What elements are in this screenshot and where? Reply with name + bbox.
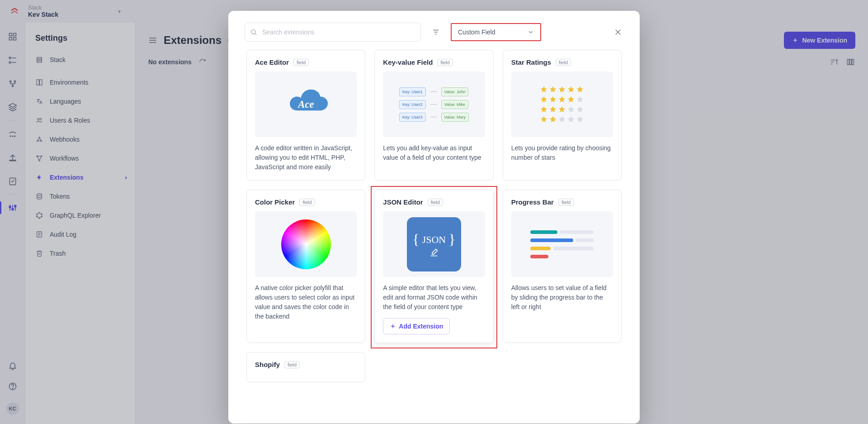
field-tag: field (437, 59, 453, 66)
progress-icon (530, 230, 594, 258)
extension-card-color-picker[interactable]: Color Pickerfield A native color picker … (246, 190, 365, 343)
field-tag: field (293, 59, 309, 66)
card-thumbnail (511, 71, 613, 137)
filter-icon[interactable] (432, 28, 440, 36)
filter-select[interactable]: Custom Field (451, 23, 541, 41)
extensions-modal: Custom Field Ace Editorfield Ace A code … (228, 11, 640, 424)
card-description: A native color picker polyfill that allo… (255, 283, 357, 321)
json-icon: {JSON} (407, 217, 461, 272)
extension-card-key-value-field[interactable]: Key-value Fieldfield Key: User1Value: Jo… (374, 50, 493, 181)
card-description: A code editor written in JavaScript, all… (255, 143, 357, 172)
search-extensions[interactable] (245, 23, 421, 42)
close-button[interactable] (613, 27, 623, 38)
extension-card-ace-editor[interactable]: Ace Editorfield Ace A code editor writte… (246, 50, 365, 181)
card-thumbnail: Key: User1Value: John Key: User2Value: M… (383, 71, 485, 137)
card-title: Color Picker (255, 198, 295, 206)
svg-line-61 (255, 33, 256, 35)
card-thumbnail (255, 211, 357, 277)
button-label: Add Extension (399, 323, 443, 330)
card-title: Shopify (255, 361, 280, 368)
svg-text:Ace: Ace (297, 99, 314, 110)
field-tag: field (556, 59, 571, 66)
card-title: Star Ratings (511, 58, 551, 66)
star-icon (540, 86, 584, 124)
card-title: Ace Editor (255, 58, 289, 66)
card-description: Lets you provide rating by choosing numb… (511, 143, 613, 162)
card-thumbnail: Ace (255, 71, 357, 137)
search-input[interactable] (245, 23, 421, 42)
card-description: A simple editor that lets you view, edit… (383, 283, 485, 312)
card-description: Allows users to set value of a field by … (511, 283, 613, 312)
add-extension-button[interactable]: ＋ Add Extension (383, 318, 450, 334)
extension-card-json-editor[interactable]: JSON Editorfield {JSON} A simple editor … (374, 190, 493, 343)
card-title: Key-value Field (383, 58, 433, 66)
chevron-down-icon (528, 29, 534, 35)
color-wheel-icon (281, 219, 331, 269)
field-tag: field (558, 199, 574, 206)
svg-point-60 (251, 30, 255, 34)
card-thumbnail (511, 211, 613, 277)
field-tag: field (428, 199, 443, 206)
card-title: JSON Editor (383, 198, 423, 206)
plus-icon: ＋ (390, 322, 396, 330)
select-value: Custom Field (458, 29, 495, 36)
search-icon (250, 29, 257, 36)
extension-card-progress-bar[interactable]: Progress Barfield Allows users to set va… (503, 190, 622, 343)
card-description: Lets you add key-value as input value of… (383, 143, 485, 162)
field-tag: field (299, 199, 315, 206)
card-thumbnail: {JSON} (383, 211, 485, 277)
extension-card-shopify[interactable]: Shopifyfield (246, 352, 365, 382)
extension-card-star-ratings[interactable]: Star Ratingsfield Lets you provide ratin… (503, 50, 622, 181)
card-title: Progress Bar (511, 198, 554, 206)
field-tag: field (284, 361, 300, 368)
